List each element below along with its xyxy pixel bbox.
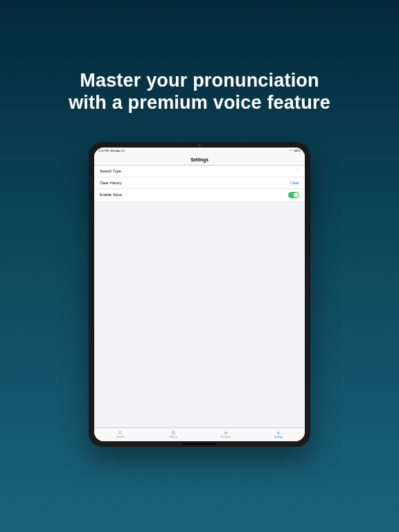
tab-history[interactable]: History: [147, 428, 200, 441]
headline-line1: Master your pronunciation: [69, 69, 330, 91]
settings-row-enable-voice: Enable Voice: [94, 189, 305, 201]
voice-toggle[interactable]: [288, 192, 299, 198]
row-label: Clear History: [100, 181, 122, 185]
search-icon: [118, 431, 123, 435]
tab-search[interactable]: Search: [94, 428, 147, 441]
status-bar: 9:14 PM Wed Apr 19 100%: [94, 148, 305, 154]
chevron-right-icon: [296, 168, 299, 173]
star-icon: [224, 431, 228, 435]
tab-label: Search: [116, 436, 124, 438]
tab-settings[interactable]: Settings: [252, 428, 305, 441]
settings-list: Search Type Clear History Clear Enable V…: [94, 166, 305, 201]
row-label: Search Type: [100, 169, 121, 173]
tab-label: History: [170, 436, 177, 438]
tab-label: Favorites: [221, 436, 231, 438]
svg-point-0: [119, 431, 122, 434]
nav-header: Settings: [94, 154, 305, 166]
clear-button[interactable]: Clear: [290, 181, 299, 185]
status-time: 9:14 PM: [98, 149, 109, 152]
row-label: Enable Voice: [100, 193, 122, 197]
tab-favorites[interactable]: Favorites: [200, 428, 252, 441]
status-right: 100%: [290, 149, 301, 152]
tab-bar: Search History Favorites Settings: [94, 427, 305, 441]
gear-icon: [276, 431, 281, 435]
status-left: 9:14 PM Wed Apr 19: [98, 149, 125, 152]
device-camera: [198, 144, 201, 147]
tab-label: Settings: [274, 436, 283, 438]
nav-title: Settings: [190, 157, 209, 162]
settings-row-search-type[interactable]: Search Type: [94, 166, 305, 177]
device-screen: 9:14 PM Wed Apr 19 100% Settings Search …: [94, 148, 305, 441]
wifi-icon: [290, 149, 292, 152]
toggle-knob: [294, 193, 299, 197]
settings-row-clear-history: Clear History Clear: [94, 177, 305, 189]
content-area: Search Type Clear History Clear Enable V…: [94, 166, 305, 427]
headline: Master your pronunciation with a premium…: [69, 69, 330, 114]
status-battery: 100%: [294, 149, 301, 152]
svg-line-1: [121, 434, 123, 435]
history-icon: [171, 431, 175, 435]
headline-line2: with a premium voice feature: [69, 91, 330, 114]
device-frame: 9:14 PM Wed Apr 19 100% Settings Search …: [89, 142, 310, 447]
status-date: Wed Apr 19: [110, 149, 125, 152]
svg-point-3: [278, 432, 279, 434]
